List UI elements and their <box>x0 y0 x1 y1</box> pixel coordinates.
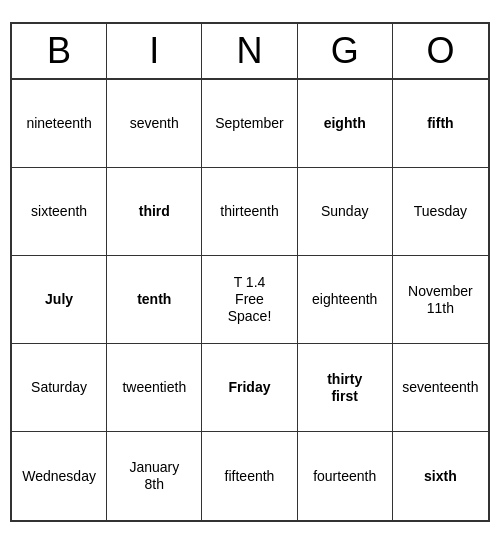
bingo-cell: Wednesday <box>12 432 107 520</box>
bingo-cell: Saturday <box>12 344 107 432</box>
bingo-cell: Tuesday <box>393 168 488 256</box>
bingo-cell: fourteenth <box>298 432 393 520</box>
bingo-cell: July <box>12 256 107 344</box>
bingo-cell: seventh <box>107 80 202 168</box>
bingo-cell: tweentieth <box>107 344 202 432</box>
header-letter: B <box>12 24 107 78</box>
bingo-cell: Sunday <box>298 168 393 256</box>
bingo-cell: Friday <box>202 344 297 432</box>
bingo-cell: fifteenth <box>202 432 297 520</box>
bingo-cell: November 11th <box>393 256 488 344</box>
bingo-cell: nineteenth <box>12 80 107 168</box>
bingo-cell: seventeenth <box>393 344 488 432</box>
bingo-cell: eighth <box>298 80 393 168</box>
bingo-cell: thirty first <box>298 344 393 432</box>
header-letter: N <box>202 24 297 78</box>
bingo-cell: eighteenth <box>298 256 393 344</box>
bingo-cell: sixteenth <box>12 168 107 256</box>
bingo-cell: T 1.4 Free Space! <box>202 256 297 344</box>
bingo-cell: sixth <box>393 432 488 520</box>
bingo-cell: thirteenth <box>202 168 297 256</box>
bingo-cell: January 8th <box>107 432 202 520</box>
header-letter: G <box>298 24 393 78</box>
bingo-cell: fifth <box>393 80 488 168</box>
bingo-card: BINGO nineteenthseventhSeptembereighthfi… <box>10 22 490 522</box>
header-letter: I <box>107 24 202 78</box>
bingo-cell: September <box>202 80 297 168</box>
bingo-grid: nineteenthseventhSeptembereighthfifthsix… <box>12 80 488 520</box>
header-letter: O <box>393 24 488 78</box>
bingo-cell: tenth <box>107 256 202 344</box>
bingo-header: BINGO <box>12 24 488 80</box>
bingo-cell: third <box>107 168 202 256</box>
